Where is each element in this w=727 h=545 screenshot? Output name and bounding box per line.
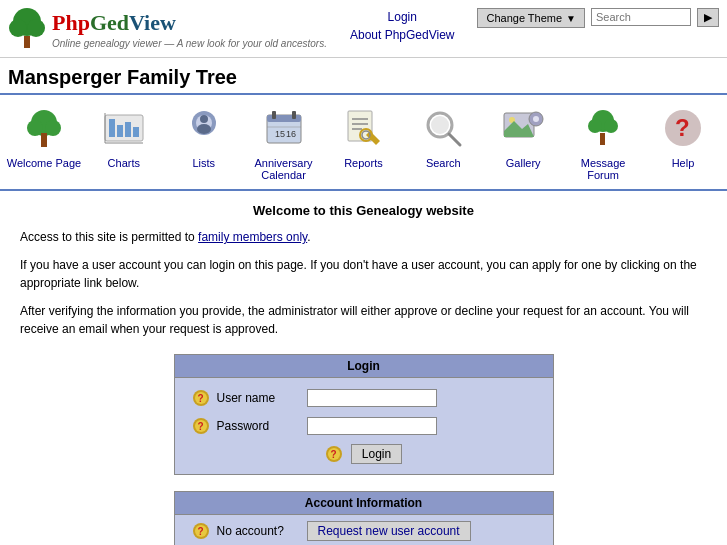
search-go-button[interactable]: ▶ bbox=[697, 8, 719, 27]
login-box: Login ? User name ? Password ? Log bbox=[174, 354, 554, 475]
search-input[interactable] bbox=[591, 8, 691, 26]
logo-tree-icon bbox=[8, 6, 46, 53]
svg-rect-44 bbox=[600, 133, 605, 145]
icon-nav: Welcome Page Charts bbox=[0, 95, 727, 191]
svg-text:?: ? bbox=[197, 526, 203, 537]
svg-text:?: ? bbox=[197, 393, 203, 404]
paragraph3: After verifying the information you prov… bbox=[20, 302, 707, 338]
svg-rect-9 bbox=[109, 119, 115, 137]
account-box: Account Information ? No account? Reques… bbox=[174, 491, 554, 545]
nav-item-gallery[interactable]: Gallery bbox=[486, 103, 561, 169]
svg-point-40 bbox=[533, 116, 539, 122]
lists-icon bbox=[179, 103, 229, 153]
svg-rect-10 bbox=[117, 125, 123, 137]
paragraph1: Access to this site is permitted to fami… bbox=[20, 228, 707, 246]
svg-rect-7 bbox=[41, 133, 47, 147]
nav-item-forum[interactable]: Message Forum bbox=[566, 103, 641, 181]
svg-text:?: ? bbox=[675, 114, 690, 141]
password-row: ? Password bbox=[191, 416, 537, 436]
search-icon bbox=[418, 103, 468, 153]
gallery-icon bbox=[498, 103, 548, 153]
header: PhpGedView Online genealogy viewer — A n… bbox=[0, 0, 727, 58]
username-label: User name bbox=[217, 391, 307, 405]
username-help-icon: ? bbox=[191, 388, 211, 408]
gallery-label: Gallery bbox=[506, 157, 541, 169]
svg-rect-22 bbox=[292, 111, 296, 119]
welcome-label: Welcome Page bbox=[7, 157, 81, 169]
svg-text:15: 15 bbox=[275, 129, 285, 139]
svg-point-6 bbox=[45, 120, 61, 136]
theme-button-label: Change Theme bbox=[486, 12, 562, 24]
lists-label: Lists bbox=[192, 157, 215, 169]
password-help-icon: ? bbox=[191, 416, 211, 436]
logo-area: PhpGedView Online genealogy viewer — A n… bbox=[8, 6, 327, 53]
reports-icon bbox=[338, 103, 388, 153]
svg-point-18 bbox=[197, 124, 211, 134]
svg-text:16: 16 bbox=[286, 129, 296, 139]
logo-subtitle: Online genealogy viewer — A new look for… bbox=[52, 38, 327, 49]
svg-point-2 bbox=[27, 19, 45, 37]
no-account-row: ? No account? Request new user account bbox=[191, 521, 537, 541]
username-row: ? User name bbox=[191, 388, 537, 408]
anniversary-icon: 15 16 bbox=[259, 103, 309, 153]
nav-item-anniversary[interactable]: 15 16 AnniversaryCalendar bbox=[246, 103, 321, 181]
svg-point-17 bbox=[200, 115, 208, 123]
content: Welcome to this Genealogy website Access… bbox=[0, 191, 727, 545]
paragraph1-after: . bbox=[307, 230, 310, 244]
svg-rect-21 bbox=[272, 111, 276, 119]
account-box-body: ? No account? Request new user account bbox=[175, 515, 553, 545]
help-icon: ? bbox=[658, 103, 708, 153]
svg-point-42 bbox=[588, 119, 602, 133]
charts-icon bbox=[99, 103, 149, 153]
login-button[interactable]: Login bbox=[351, 444, 402, 464]
login-button-row: ? Login bbox=[191, 444, 537, 464]
help-label: Help bbox=[672, 157, 695, 169]
forum-icon bbox=[578, 103, 628, 153]
paragraph1-before: Access to this site is permitted to bbox=[20, 230, 198, 244]
theme-dropdown-icon: ▼ bbox=[566, 13, 576, 24]
password-input[interactable] bbox=[307, 417, 437, 435]
search-area: Change Theme ▼ ▶ bbox=[477, 6, 719, 28]
login-help-icon: ? bbox=[325, 445, 343, 463]
nav-item-help[interactable]: ? Help bbox=[645, 103, 720, 169]
svg-rect-12 bbox=[133, 127, 139, 137]
change-theme-button[interactable]: Change Theme ▼ bbox=[477, 8, 585, 28]
account-help-icon: ? bbox=[191, 521, 211, 541]
request-account-button[interactable]: Request new user account bbox=[307, 521, 471, 541]
password-label: Password bbox=[217, 419, 307, 433]
svg-point-43 bbox=[604, 119, 618, 133]
family-title: Mansperger Family Tree bbox=[0, 58, 727, 95]
nav-links: Login About PhpGedView bbox=[327, 6, 478, 42]
forum-label: Message Forum bbox=[566, 157, 641, 181]
svg-point-34 bbox=[431, 116, 449, 134]
family-members-link[interactable]: family members only bbox=[198, 230, 307, 244]
account-box-header: Account Information bbox=[175, 492, 553, 515]
svg-text:?: ? bbox=[330, 449, 336, 460]
username-input[interactable] bbox=[307, 389, 437, 407]
welcome-icon bbox=[19, 103, 69, 153]
nav-item-charts[interactable]: Charts bbox=[86, 103, 161, 169]
svg-point-5 bbox=[27, 120, 43, 136]
no-account-label: No account? bbox=[217, 524, 307, 538]
login-box-body: ? User name ? Password ? Login bbox=[175, 378, 553, 474]
nav-item-search[interactable]: Search bbox=[406, 103, 481, 169]
charts-label: Charts bbox=[108, 157, 140, 169]
nav-item-reports[interactable]: Reports bbox=[326, 103, 401, 169]
paragraph2: If you have a user account you can login… bbox=[20, 256, 707, 292]
svg-rect-11 bbox=[125, 122, 131, 137]
login-box-header: Login bbox=[175, 355, 553, 378]
reports-label: Reports bbox=[344, 157, 383, 169]
search-label: Search bbox=[426, 157, 461, 169]
nav-item-lists[interactable]: Lists bbox=[166, 103, 241, 169]
login-link[interactable]: Login bbox=[327, 10, 478, 24]
logo-title: PhpGedView bbox=[52, 10, 327, 36]
svg-rect-3 bbox=[24, 36, 30, 48]
welcome-heading: Welcome to this Genealogy website bbox=[20, 203, 707, 218]
about-link[interactable]: About PhpGedView bbox=[327, 28, 478, 42]
anniversary-label: AnniversaryCalendar bbox=[255, 157, 313, 181]
svg-line-35 bbox=[449, 134, 460, 145]
nav-item-welcome[interactable]: Welcome Page bbox=[6, 103, 81, 169]
svg-point-1 bbox=[9, 19, 27, 37]
svg-text:?: ? bbox=[197, 421, 203, 432]
